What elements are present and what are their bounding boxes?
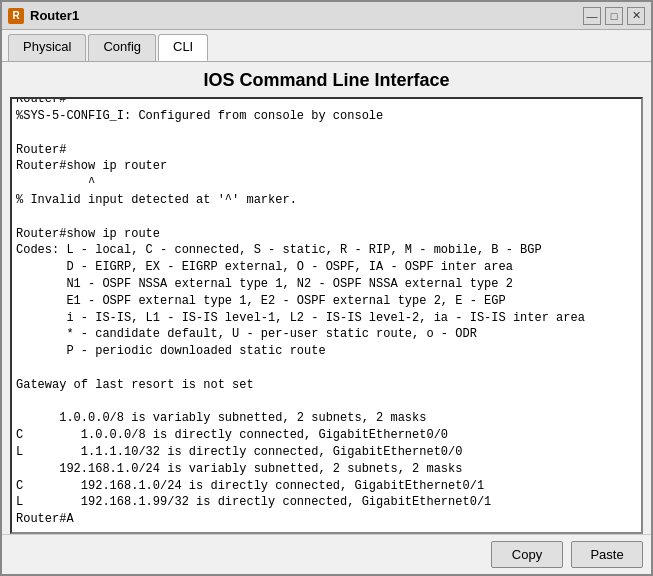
tab-physical[interactable]: Physical	[8, 34, 86, 61]
bottom-bar: Copy Paste	[2, 534, 651, 574]
tab-config[interactable]: Config	[88, 34, 156, 61]
copy-button[interactable]: Copy	[491, 541, 563, 568]
title-bar-left: R Router1	[8, 8, 79, 24]
close-button[interactable]: ✕	[627, 7, 645, 25]
tab-cli[interactable]: CLI	[158, 34, 208, 61]
cli-area: Router(config-if)$ Router(config-if)# Ro…	[2, 97, 651, 534]
window-title: Router1	[30, 8, 79, 23]
title-bar: R Router1 — □ ✕	[2, 2, 651, 30]
page-title: IOS Command Line Interface	[2, 62, 651, 97]
paste-button[interactable]: Paste	[571, 541, 643, 568]
main-window: R Router1 — □ ✕ Physical Config CLI IOS …	[0, 0, 653, 576]
title-bar-controls: — □ ✕	[583, 7, 645, 25]
terminal-output[interactable]: Router(config-if)$ Router(config-if)# Ro…	[10, 97, 643, 534]
tab-bar: Physical Config CLI	[2, 30, 651, 62]
window-icon: R	[8, 8, 24, 24]
maximize-button[interactable]: □	[605, 7, 623, 25]
minimize-button[interactable]: —	[583, 7, 601, 25]
